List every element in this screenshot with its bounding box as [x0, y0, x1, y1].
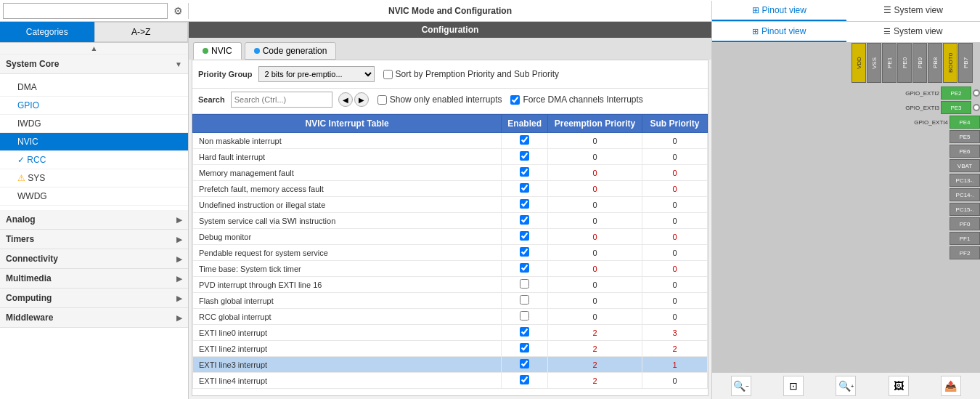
pin-pf2[interactable]: PF2 — [950, 246, 980, 259]
pin-boot0[interactable]: BOOT0 — [943, 43, 957, 83]
enabled-checkbox[interactable] — [520, 247, 529, 257]
pin-row-pe5: PE5 — [905, 130, 980, 143]
pin-pe2[interactable]: PE2 — [941, 86, 971, 100]
system-core-header[interactable]: System Core ▼ — [0, 55, 188, 74]
priority-group-row: Priority Group 2 bits for pre-emptio... — [198, 66, 375, 82]
pin-vdd[interactable]: VDD — [852, 43, 866, 83]
multimedia-header[interactable]: Multimedia ▶ — [0, 269, 188, 289]
zoom-out-button[interactable]: 🔍− — [731, 376, 751, 396]
sidebar-item-sys[interactable]: SYS — [0, 169, 188, 188]
sidebar-item-wwdg[interactable]: WWDG — [0, 188, 188, 206]
pin-pf1[interactable]: PF1 — [950, 232, 980, 245]
nvic-tab[interactable]: NVIC — [193, 42, 242, 60]
search-input[interactable] — [231, 92, 332, 108]
enabled-checkbox[interactable] — [520, 375, 529, 384]
pinout-view-btn[interactable]: ⊞ Pinout view — [712, 22, 846, 42]
search-prev-button[interactable]: ◀ — [338, 92, 353, 107]
middleware-header[interactable]: Middleware ▶ — [0, 308, 188, 328]
sidebar-item-gpio[interactable]: GPIO — [0, 97, 188, 115]
enabled-checkbox[interactable] — [520, 135, 529, 145]
enabled-checkbox[interactable] — [520, 215, 529, 225]
search-buttons: ◀ ▶ — [338, 92, 369, 107]
table-row[interactable]: EXTI line2 interrupt22 — [193, 341, 708, 357]
enabled-checkbox[interactable] — [520, 295, 529, 305]
connectivity-header[interactable]: Connectivity ▶ — [0, 249, 188, 269]
pinout-view-tab[interactable]: ⊞ Pinout view — [712, 1, 846, 21]
sidebar-item-rcc[interactable]: RCC — [0, 151, 188, 169]
enabled-checkbox[interactable] — [520, 279, 529, 289]
sort-checkbox-label[interactable]: Sort by Premption Priority and Sub Prior… — [383, 69, 559, 79]
pin-vss[interactable]: VSS — [867, 43, 881, 83]
chevron-right-icon: ▶ — [176, 235, 182, 243]
pin-pe0[interactable]: PE0 — [897, 43, 912, 83]
search-next-button[interactable]: ▶ — [354, 92, 369, 107]
show-enabled-label[interactable]: Show only enabled interrupts — [377, 94, 502, 105]
table-row[interactable]: Flash global interrupt00 — [193, 293, 708, 309]
enabled-checkbox[interactable] — [520, 359, 529, 368]
system-view-btn[interactable]: ☰ System view — [846, 22, 981, 42]
code-gen-tab[interactable]: Code generation — [245, 42, 337, 60]
enabled-checkbox[interactable] — [520, 199, 529, 209]
table-row[interactable]: System service call via SWI instruction0… — [193, 213, 708, 229]
zoom-in-button[interactable]: 🔍+ — [836, 376, 856, 396]
pin-pc13[interactable]: PC13-. — [950, 174, 980, 187]
force-dma-label[interactable]: Force DMA channels Interrupts — [510, 94, 642, 105]
force-dma-checkbox[interactable] — [510, 95, 520, 105]
enabled-checkbox[interactable] — [520, 263, 529, 273]
priority-group-select[interactable]: 2 bits for pre-emptio... — [258, 66, 375, 82]
pin-pb9[interactable]: PB9 — [912, 43, 927, 83]
table-row[interactable]: PVD interrupt through EXTI line 1600 — [193, 277, 708, 293]
sidebar-item-iwdg[interactable]: IWDG — [0, 115, 188, 133]
chevron-right-icon: ▶ — [176, 314, 182, 322]
enabled-checkbox[interactable] — [520, 343, 529, 352]
sidebar-item-nvic[interactable]: NVIC — [0, 133, 188, 151]
pin-pc14[interactable]: PC14-. — [950, 188, 980, 201]
timers-header[interactable]: Timers ▶ — [0, 230, 188, 249]
computing-header[interactable]: Computing ▶ — [0, 289, 188, 308]
atoz-tab[interactable]: A->Z — [94, 22, 189, 42]
table-row[interactable]: Memory management fault00 — [193, 165, 708, 181]
pin-pb7[interactable]: PB7 — [958, 43, 973, 83]
pin-pb8[interactable]: PB8 — [928, 43, 942, 83]
enabled-checkbox[interactable] — [520, 231, 529, 241]
pin-pe4[interactable]: PE4 — [950, 116, 980, 129]
table-row[interactable]: Hard fault interrupt00 — [193, 149, 708, 165]
pin-row-pf2: PF2 — [905, 246, 980, 259]
enabled-checkbox[interactable] — [520, 183, 529, 193]
analog-header[interactable]: Analog ▶ — [0, 210, 188, 230]
enabled-checkbox[interactable] — [520, 167, 529, 177]
table-row[interactable]: EXTI line4 interrupt20 — [193, 373, 708, 389]
sidebar-item-dma[interactable]: DMA — [0, 78, 188, 97]
pin-pe1[interactable]: PE1 — [882, 43, 897, 83]
table-row[interactable]: Time base: System tick timer00 — [193, 261, 708, 277]
categories-tab[interactable]: Categories — [0, 22, 94, 42]
show-enabled-checkbox[interactable] — [377, 95, 387, 105]
table-row[interactable]: EXTI line0 interrupt23 — [193, 325, 708, 341]
global-search-input[interactable] — [3, 3, 168, 19]
pin-pc15[interactable]: PC15-. — [950, 203, 980, 216]
fit-button[interactable]: ⊡ — [783, 376, 804, 396]
gear-icon[interactable]: ⚙ — [171, 4, 185, 18]
enabled-checkbox[interactable] — [520, 151, 529, 161]
table-row[interactable]: RCC global interrupt00 — [193, 309, 708, 325]
table-row[interactable]: Pendable request for system service00 — [193, 245, 708, 261]
table-row[interactable]: Prefetch fault, memory access fault00 — [193, 181, 708, 197]
table-row[interactable]: Non maskable interrupt00 — [193, 133, 708, 149]
table-row[interactable]: Undefined instruction or illegal state00 — [193, 197, 708, 213]
pin-row-pf1: PF1 — [905, 232, 980, 245]
system-view-tab[interactable]: ☰ System view — [846, 1, 981, 21]
sort-checkbox[interactable] — [383, 70, 393, 79]
pin-pf0[interactable]: PF0 — [950, 217, 980, 230]
table-row[interactable]: Debug monitor00 — [193, 229, 708, 245]
pin-pe3[interactable]: PE3 — [941, 101, 971, 114]
pin-row-pe6: PE6 — [905, 145, 980, 158]
screenshot-button[interactable]: 🖼 — [889, 376, 909, 396]
table-row[interactable]: EXTI line3 interrupt21 — [193, 357, 708, 373]
enabled-checkbox[interactable] — [520, 327, 529, 336]
pin-pe5[interactable]: PE5 — [950, 130, 980, 143]
pin-pe6[interactable]: PE6 — [950, 145, 980, 158]
enabled-checkbox[interactable] — [520, 311, 529, 321]
scroll-up[interactable]: ▲ — [0, 43, 188, 55]
pin-vbat[interactable]: VBAT — [950, 159, 980, 172]
export-button[interactable]: 📤 — [941, 376, 961, 396]
